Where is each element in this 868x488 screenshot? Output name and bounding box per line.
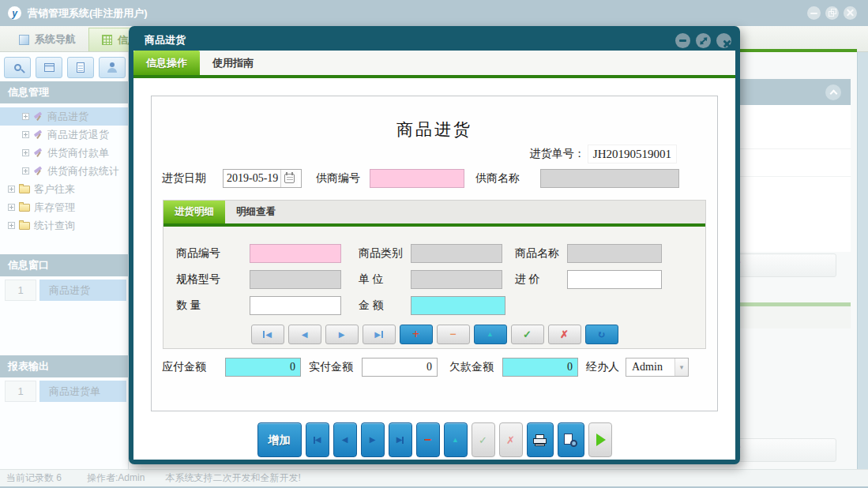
tab-detail-view[interactable]: 明细查看: [225, 201, 287, 223]
purchase-form-panel: 商品进货 进货单号： JH20190519001 进货日期 2019-05-19…: [151, 96, 718, 411]
tab-info-operation[interactable]: 信息操作: [133, 51, 200, 75]
user-button[interactable]: [99, 57, 126, 78]
post-record-button[interactable]: ✓: [511, 325, 544, 344]
search-button[interactable]: [4, 57, 31, 78]
sidebar-toolbar: [0, 54, 129, 81]
dropdown-arrow-icon: ▾: [674, 358, 688, 376]
collapse-button[interactable]: [825, 84, 841, 100]
tree-item-label: 供货商付款统计: [47, 164, 119, 178]
qty-input[interactable]: [250, 296, 341, 315]
tree-item-supplier-payment[interactable]: 供货商付款单: [0, 144, 128, 162]
list-item[interactable]: 1 商品进货: [5, 280, 126, 301]
close-button[interactable]: [844, 6, 857, 20]
edit-button[interactable]: ▲: [444, 422, 468, 457]
delete-button[interactable]: −: [416, 422, 440, 457]
plus-icon: +: [412, 328, 419, 341]
expand-icon[interactable]: [22, 131, 29, 138]
check-icon: ✓: [523, 329, 532, 340]
cancel-button[interactable]: ✗: [499, 422, 523, 457]
category-input: [411, 244, 502, 263]
paid-input[interactable]: 0: [362, 358, 438, 377]
product-name-input: [567, 244, 662, 263]
dialog-resize-button[interactable]: [696, 33, 711, 48]
document-icon: [77, 62, 85, 73]
debt-input: 0: [502, 358, 578, 377]
product-name-label: 商品名称: [515, 246, 566, 261]
delete-record-button[interactable]: −: [437, 325, 470, 344]
tree-item-purchase[interactable]: 商品进货: [0, 107, 128, 126]
next-record-button[interactable]: ▶: [325, 325, 359, 344]
tab-purchase-detail[interactable]: 进货明细: [163, 201, 225, 223]
tab-system-nav[interactable]: 系统导航: [6, 28, 88, 51]
operator-label: 经办人: [586, 360, 624, 374]
row-label: 商品进货: [39, 280, 126, 301]
expand-icon[interactable]: [22, 149, 29, 156]
category-label: 商品类别: [359, 246, 409, 261]
add-button[interactable]: 增加: [257, 422, 302, 457]
amounts-row: 应付金额 0 实付金额 0 欠款金额 0 经办人 Admin ▾: [152, 358, 717, 377]
prev-record-button[interactable]: ◀: [288, 325, 321, 344]
grid-icon: [102, 35, 112, 45]
app-window: y 营销管理系统(非注册用户) 系统导航 信息管理 ✓ ✗ ✓: [0, 0, 868, 488]
first-record-button[interactable]: ◀: [306, 422, 329, 457]
list-item[interactable]: 1 商品进货单: [5, 381, 126, 402]
print-button[interactable]: [527, 422, 554, 457]
dialog-title: 商品进货: [145, 33, 186, 47]
last-record-button[interactable]: ▶: [363, 325, 396, 344]
app-logo-icon: y: [8, 6, 21, 20]
minimize-button[interactable]: [807, 6, 821, 20]
restore-icon: [829, 11, 834, 17]
expand-icon[interactable]: [8, 222, 15, 229]
prev-icon: ◀: [342, 436, 348, 444]
tree-item-inventory[interactable]: 库存管理: [0, 198, 128, 216]
next-record-button[interactable]: ▶: [361, 422, 385, 457]
prev-record-button[interactable]: ◀: [333, 422, 357, 457]
tree-item-purchase-return[interactable]: 商品进货退货: [0, 126, 128, 144]
row-label: 商品进货单: [39, 381, 126, 402]
next-icon: ▶: [339, 331, 345, 339]
confirm-button[interactable]: ✓: [472, 422, 495, 457]
wizard-icon: [33, 111, 43, 122]
edit-record-button[interactable]: ▲: [474, 325, 507, 344]
dialog-controls: [675, 33, 736, 48]
detail-tabs: 进货明细 明细查看: [163, 201, 705, 223]
cancel-record-button[interactable]: ✗: [548, 325, 581, 344]
window-button[interactable]: [36, 57, 62, 78]
price-input[interactable]: [567, 270, 662, 289]
dialog-body: 商品进货 进货单号： JH20190519001 进货日期 2019-05-19…: [133, 78, 735, 460]
minus-icon: −: [449, 328, 457, 340]
expand-icon[interactable]: [8, 186, 15, 193]
expand-icon[interactable]: [22, 167, 29, 175]
product-code-input[interactable]: [250, 244, 341, 263]
prev-icon: ◀: [302, 331, 308, 339]
close-icon: [846, 9, 855, 17]
product-code-label: 商品编号: [176, 246, 227, 261]
refresh-button[interactable]: ↻: [585, 325, 618, 344]
calendar-button[interactable]: [280, 170, 298, 187]
run-button[interactable]: [588, 422, 612, 457]
tab-system-nav-label: 系统导航: [35, 32, 76, 47]
expand-icon[interactable]: [8, 204, 15, 211]
document-button[interactable]: [67, 57, 94, 78]
add-record-button[interactable]: +: [400, 325, 433, 344]
scrollbar[interactable]: [857, 52, 868, 470]
restore-button[interactable]: [825, 6, 839, 20]
dialog-minimize-button[interactable]: [675, 33, 690, 48]
print-preview-button[interactable]: [558, 422, 584, 457]
tree-item-label: 统计查询: [34, 219, 75, 233]
printer-icon: [533, 434, 547, 446]
expand-icon[interactable]: [22, 113, 29, 120]
tree-item-supplier-payment-stats[interactable]: 供货商付款统计: [0, 162, 128, 180]
tree-item-customers[interactable]: 客户往来: [0, 180, 128, 198]
dialog-close-button[interactable]: [716, 33, 731, 48]
payable-input: 0: [225, 358, 301, 377]
supplier-code-input[interactable]: [370, 169, 464, 188]
purchase-date-field[interactable]: 2019-05-19: [223, 169, 302, 188]
operator-select[interactable]: Admin ▾: [626, 358, 689, 377]
first-record-button[interactable]: ◀: [251, 325, 284, 344]
refresh-icon: ↻: [597, 329, 606, 340]
tree-item-statistics[interactable]: 统计查询: [0, 216, 128, 235]
last-record-button[interactable]: ▶: [389, 422, 412, 457]
dialog-titlebar: 商品进货: [133, 30, 736, 51]
tab-user-guide[interactable]: 使用指南: [200, 51, 266, 75]
